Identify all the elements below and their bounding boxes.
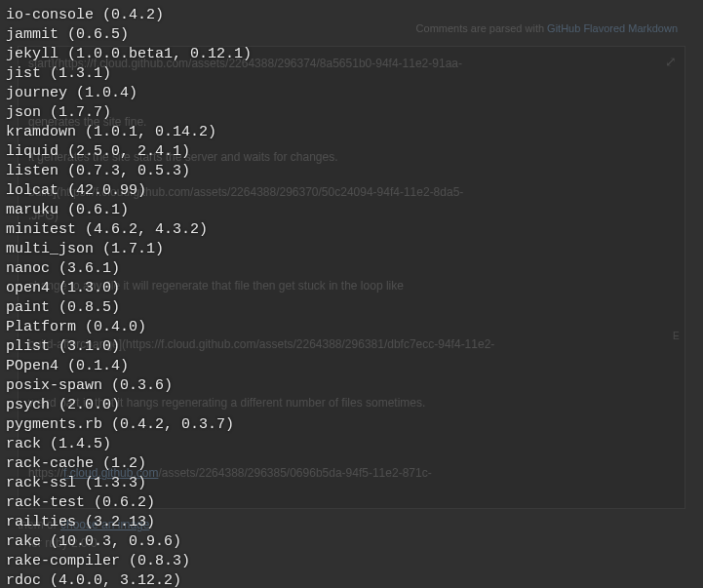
gem-list-item: posix-spawn (0.3.6) xyxy=(6,376,252,396)
gem-list-item: rack-ssl (1.3.3) xyxy=(6,474,252,493)
gem-list-item: listen (0.7.3, 0.5.3) xyxy=(6,162,252,181)
gfm-link[interactable]: GitHub Flavored Markdown xyxy=(547,22,678,34)
gem-list-item: plist (3.1.0) xyxy=(6,337,252,357)
gem-list-item: Platform (0.4.0) xyxy=(6,318,252,337)
gem-list-item: minitest (4.6.2, 4.3.2) xyxy=(6,220,252,240)
gem-list-overlay: io-console (0.4.2)jammit (0.6.5)jekyll (… xyxy=(0,0,257,588)
gem-list-item: io-console (0.4.2) xyxy=(6,6,252,25)
gem-list-item: pygments.rb (0.4.2, 0.3.7) xyxy=(6,415,252,435)
scrollbar-indicator: E xyxy=(673,330,683,345)
gem-list-item: paint (0.8.5) xyxy=(6,298,252,318)
gem-list-item: maruku (0.6.1) xyxy=(6,201,252,220)
gem-list-item: psych (2.0.0) xyxy=(6,396,252,415)
gem-list-item: journey (1.0.4) xyxy=(6,84,252,103)
gem-list-item: jekyll (1.0.0.beta1, 0.12.1) xyxy=(6,45,252,64)
gem-list-item: jammit (0.6.5) xyxy=(6,25,252,45)
gem-list-item: rack (1.4.5) xyxy=(6,435,252,454)
gem-list-item: multi_json (1.7.1) xyxy=(6,240,252,259)
expand-icon[interactable]: ⤢ xyxy=(665,53,677,72)
gem-list-item: rake (10.0.3, 0.9.6) xyxy=(6,532,252,552)
gem-list-item: kramdown (1.0.1, 0.14.2) xyxy=(6,123,252,142)
gem-list-item: rack-cache (1.2) xyxy=(6,454,252,474)
gem-list-item: POpen4 (0.1.4) xyxy=(6,357,252,376)
gem-list-item: rake-compiler (0.8.3) xyxy=(6,552,252,571)
gem-list-item: open4 (1.3.0) xyxy=(6,279,252,298)
gem-list-item: nanoc (3.6.1) xyxy=(6,259,252,279)
gem-list-item: liquid (2.5.0, 2.4.1) xyxy=(6,142,252,162)
gem-list-item: json (1.7.7) xyxy=(6,103,252,123)
gem-list-item: rdoc (4.0.0, 3.12.2) xyxy=(6,571,252,588)
gem-list-item: jist (1.3.1) xyxy=(6,64,252,84)
gem-list-item: railties (3.2.13) xyxy=(6,513,252,532)
gem-list-item: rack-test (0.6.2) xyxy=(6,493,252,513)
gem-list-item: lolcat (42.0.99) xyxy=(6,181,252,201)
